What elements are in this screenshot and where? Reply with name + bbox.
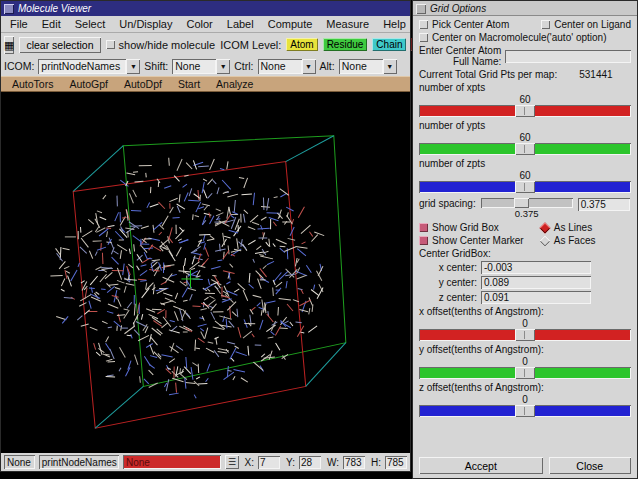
z-offset-value: 0 bbox=[419, 394, 631, 405]
tab-autogpf[interactable]: AutoGpf bbox=[62, 78, 115, 90]
z-center-label: z center: bbox=[419, 292, 477, 303]
pick-center-atom-label: Pick Center Atom bbox=[432, 19, 509, 30]
close-button[interactable]: Close bbox=[549, 457, 631, 474]
radio-indicator bbox=[539, 222, 550, 233]
slider-handle[interactable] bbox=[515, 405, 535, 417]
center-on-ligand-label: Center on Ligand bbox=[554, 19, 631, 30]
center-on-macromolecule-checkbox[interactable]: Center on Macromolecule('auto' option) bbox=[419, 32, 606, 43]
grid-spacing-label: grid spacing: bbox=[419, 198, 476, 209]
as-lines-label: As Lines bbox=[554, 222, 592, 233]
shift-label: Shift: bbox=[144, 60, 168, 72]
ctrl-label: Ctrl: bbox=[234, 60, 253, 72]
y-offset-label: y offset(tenths of Angstrom): bbox=[419, 344, 631, 356]
ypts-value: 60 bbox=[419, 132, 631, 143]
3d-viewport[interactable] bbox=[1, 92, 410, 453]
selection-tool-button[interactable]: ▦ bbox=[4, 36, 14, 54]
zpts-slider[interactable]: number of zpts 60 bbox=[419, 158, 631, 193]
x-offset-label: x offset(tenths of Angstrom): bbox=[419, 306, 631, 318]
y-offset-value: 0 bbox=[419, 356, 631, 367]
chevron-down-icon[interactable]: ▼ bbox=[302, 59, 316, 74]
checkbox-indicator bbox=[541, 20, 550, 29]
slider-handle[interactable] bbox=[515, 181, 535, 193]
menu-color[interactable]: Color bbox=[179, 17, 219, 31]
alt-label: Alt: bbox=[320, 60, 335, 72]
menu-select[interactable]: Select bbox=[68, 17, 113, 31]
menu-measure[interactable]: Measure bbox=[319, 17, 376, 31]
tab-autotors[interactable]: AutoTors bbox=[5, 78, 60, 90]
window-menu-icon[interactable] bbox=[4, 4, 14, 14]
level-chain-button[interactable]: Chain bbox=[372, 38, 406, 51]
grid-spacing-input[interactable]: 0.375 bbox=[578, 198, 630, 211]
menu-lines-icon[interactable]: ☰ bbox=[225, 455, 238, 469]
tab-start[interactable]: Start bbox=[171, 78, 207, 90]
y-label: Y: bbox=[286, 457, 295, 468]
y-offset-slider[interactable]: y offset(tenths of Angstrom): 0 bbox=[419, 344, 631, 379]
grid-options-panel: Pick Center Atom Center on Ligand Center… bbox=[413, 16, 637, 478]
as-faces-radio[interactable]: As Faces bbox=[541, 235, 631, 246]
x-value: 7 bbox=[258, 456, 280, 469]
adt-module-tabs: AutoTors AutoGpf AutoDpf Start Analyze bbox=[1, 76, 410, 92]
z-offset-label: z offset(tenths of Angstrom): bbox=[419, 382, 631, 394]
slider-handle[interactable] bbox=[514, 198, 529, 208]
x-center-input[interactable]: -0.003 bbox=[481, 261, 591, 274]
z-center-input[interactable]: 0.091 bbox=[481, 291, 591, 304]
total-grid-pts-label: Current Total Grid Pts per map: bbox=[419, 69, 557, 80]
as-faces-label: As Faces bbox=[554, 235, 596, 246]
center-gridbox-label: Center GridBox: bbox=[419, 248, 491, 259]
w-label: W: bbox=[327, 457, 339, 468]
clear-selection-button[interactable]: clear selection bbox=[19, 37, 100, 53]
as-lines-radio[interactable]: As Lines bbox=[541, 222, 631, 233]
tab-autodpf[interactable]: AutoDpf bbox=[117, 78, 169, 90]
chevron-down-icon[interactable]: ▼ bbox=[126, 59, 140, 74]
grid-spacing-slider[interactable]: 0.375 bbox=[481, 198, 573, 219]
window-title: Molecule Viewer bbox=[18, 3, 91, 14]
statusbar: None printNodeNames None ☰ X: 7 Y: 28 W:… bbox=[1, 453, 410, 471]
slider-handle[interactable] bbox=[515, 143, 535, 155]
menu-help[interactable]: Help bbox=[376, 17, 413, 31]
status-field-1: None bbox=[4, 455, 35, 469]
ypts-slider[interactable]: number of ypts 60 bbox=[419, 120, 631, 155]
molecule-viewer-titlebar[interactable]: Molecule Viewer bbox=[1, 1, 410, 16]
window-menu-icon[interactable] bbox=[416, 4, 426, 14]
chevron-down-icon[interactable]: ▼ bbox=[383, 59, 397, 74]
shift-combobox[interactable]: None ▼ bbox=[172, 59, 230, 74]
status-field-selection: None bbox=[123, 455, 221, 469]
level-residue-button[interactable]: Residue bbox=[323, 38, 368, 51]
menu-compute[interactable]: Compute bbox=[261, 17, 320, 31]
alt-value: None bbox=[339, 59, 383, 74]
grid-options-titlebar[interactable]: Grid Options bbox=[413, 1, 637, 16]
show-grid-box-checkbox[interactable]: Show Grid Box bbox=[419, 222, 541, 233]
y-center-input[interactable]: 0.089 bbox=[481, 276, 591, 289]
center-on-macromolecule-label: Center on Macromolecule('auto' option) bbox=[432, 32, 606, 43]
x-center-label: x center: bbox=[419, 262, 477, 273]
slider-handle[interactable] bbox=[515, 105, 535, 117]
menu-file[interactable]: File bbox=[3, 17, 35, 31]
alt-combobox[interactable]: None ▼ bbox=[339, 59, 397, 74]
w-value: 783 bbox=[343, 456, 365, 469]
binding-row: ICOM: printNodeNames ▼ Shift: None ▼ Ctr… bbox=[1, 56, 410, 76]
ctrl-value: None bbox=[258, 59, 302, 74]
icom-combobox[interactable]: printNodeNames ▼ bbox=[38, 59, 140, 74]
slider-handle[interactable] bbox=[515, 367, 535, 379]
tab-analyze[interactable]: Analyze bbox=[209, 78, 260, 90]
level-atom-button[interactable]: Atom bbox=[286, 38, 317, 51]
show-center-marker-checkbox[interactable]: Show Center Marker bbox=[419, 235, 541, 246]
menu-edit[interactable]: Edit bbox=[35, 17, 68, 31]
menu-undisplay[interactable]: Un/Display bbox=[112, 17, 179, 31]
center-on-ligand-checkbox[interactable]: Center on Ligand bbox=[541, 19, 631, 30]
checkbox-indicator bbox=[419, 33, 428, 42]
x-offset-slider[interactable]: x offset(tenths of Angstrom): 0 bbox=[419, 306, 631, 341]
xpts-slider[interactable]: number of xpts 60 bbox=[419, 82, 631, 117]
show-hide-molecule-checkbox[interactable]: show/hide molecule bbox=[106, 39, 216, 51]
accept-button[interactable]: Accept bbox=[419, 457, 543, 474]
menu-label[interactable]: Label bbox=[220, 17, 261, 31]
ypts-label: number of ypts bbox=[419, 120, 631, 132]
center-atom-name-input[interactable] bbox=[505, 50, 631, 63]
show-grid-box-label: Show Grid Box bbox=[432, 222, 499, 233]
chevron-down-icon[interactable]: ▼ bbox=[216, 59, 230, 74]
slider-handle[interactable] bbox=[515, 329, 535, 341]
x-offset-value: 0 bbox=[419, 318, 631, 329]
pick-center-atom-checkbox[interactable]: Pick Center Atom bbox=[419, 19, 541, 30]
z-offset-slider[interactable]: z offset(tenths of Angstrom): 0 bbox=[419, 382, 631, 417]
ctrl-combobox[interactable]: None ▼ bbox=[258, 59, 316, 74]
